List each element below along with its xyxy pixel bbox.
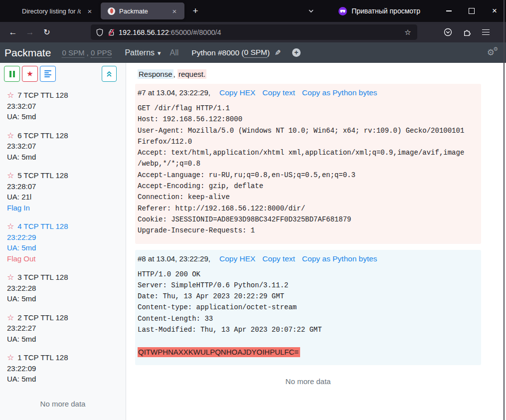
sidebar-toolbar <box>0 63 126 84</box>
tab-packmate[interactable]: Packmate <box>101 2 184 19</box>
packmate-favicon <box>108 7 115 15</box>
favorite-star-icon[interactable] <box>7 130 14 141</box>
packet-list-item[interactable]: 2 TCP TTL 12823:22:27UA: 5md <box>7 312 119 345</box>
copy-hex-link[interactable]: Copy HEX <box>219 88 255 97</box>
caret-down-icon <box>158 48 161 57</box>
packet-list-item[interactable]: 7 TCP TTL 12823:32:07UA: 5md <box>7 90 119 122</box>
add-service-icon[interactable] <box>292 48 301 57</box>
stream-detail-panel: Response, request. #7 at 13.04, 23:22:29… <box>126 63 506 420</box>
copy-hex-link[interactable]: Copy HEX <box>219 254 255 263</box>
favorite-star-icon[interactable] <box>7 221 14 232</box>
packet-title-row: 7 TCP TTL 128 <box>7 90 119 101</box>
packet-list-item[interactable]: 6 TCP TTL 12823:32:07UA: 5md <box>7 130 119 163</box>
pps-stat: 0 PPS <box>91 48 112 58</box>
packet-block-response: #8 at 13.04, 23:22:29,Copy HEXCopy textC… <box>135 250 481 365</box>
payload-line: Accept-Language: ru-RU,ru;q=0.8,en-US;q=… <box>138 170 477 181</box>
shield-icon[interactable] <box>96 28 104 36</box>
packet-blocks: #7 at 13.04, 23:22:29,Copy HEXCopy textC… <box>135 84 481 365</box>
toolbar-right-icons <box>440 25 493 39</box>
packet-meta: #7 at 13.04, 23:22:29, <box>138 88 210 97</box>
app-brand[interactable]: Packmate <box>4 47 51 59</box>
packet-list-item[interactable]: 4 TCP TTL 12823:22:29UA: 5mdFlag Out <box>7 221 119 264</box>
favorite-star-icon[interactable] <box>7 90 14 101</box>
favorites-filter-button[interactable] <box>22 66 38 82</box>
packet-list-item[interactable]: 5 TCP TTL 12823:28:07UA: 21lFlag In <box>7 170 119 213</box>
copy-text-link[interactable]: Copy text <box>262 88 295 97</box>
bookmark-star-icon[interactable] <box>401 26 414 39</box>
window-controls <box>437 1 506 20</box>
edit-service-icon[interactable] <box>275 48 281 57</box>
packet-sidebar: 7 TCP TTL 12823:32:07UA: 5md6 TCP TTL 12… <box>0 63 126 420</box>
packet-time: 23:22:09 <box>7 363 119 374</box>
packet-user-agent: UA: 5md <box>7 293 119 304</box>
traffic-stats: 0 SPM , 0 PPS <box>62 48 112 57</box>
packet-payload: GET /dir/flag HTTP/1.1Host: 192.168.56.1… <box>138 103 477 236</box>
service-spm-stat: 0 SPM <box>244 48 267 58</box>
packet-user-agent: UA: 5md <box>7 242 119 253</box>
back-button[interactable] <box>5 25 21 40</box>
nav-item-all[interactable]: All <box>170 48 179 57</box>
payload-line: Accept: text/html,application/xhtml xml,… <box>138 147 477 158</box>
service-tab[interactable]: Python #8000 (0 SPM) <box>191 48 270 58</box>
new-tab-button[interactable] <box>188 3 203 18</box>
private-mask-icon <box>338 7 347 15</box>
minimize-button[interactable] <box>437 1 460 20</box>
packet-title: 1 TCP TTL 128 <box>17 352 68 363</box>
pause-icon <box>9 71 15 77</box>
tab-directory-listing[interactable]: Directory listing for /dir/ <box>15 2 100 19</box>
packet-time: 23:22:28 <box>7 283 119 294</box>
payload-line <box>138 335 477 346</box>
insecure-lock-icon[interactable] <box>107 28 115 36</box>
url-text: 192.168.56.122:65000/#/8000/4 <box>119 28 398 36</box>
flag-out-link[interactable]: Flag Out <box>7 253 119 264</box>
browser-toolbar: 192.168.56.122:65000/#/8000/4 <box>0 22 506 42</box>
packet-title: 7 TCP TTL 128 <box>17 90 68 101</box>
copy-text-link[interactable]: Copy text <box>262 254 295 263</box>
favorite-star-icon[interactable] <box>7 352 14 363</box>
packet-time: 23:28:07 <box>7 181 119 192</box>
packet-meta: #8 at 13.04, 23:22:29, <box>138 254 210 263</box>
packet-list-item[interactable]: 1 TCP TTL 12823:22:09UA: 5md <box>7 352 119 385</box>
payload-line: Referer: http://192.168.56.122:8000/dir/ <box>138 203 477 214</box>
packet-payload: HTTP/1.0 200 OKServer: SimpleHTTP/0.6 Py… <box>138 269 477 358</box>
packet-title-row: 4 TCP TTL 128 <box>7 221 119 232</box>
url-bar[interactable]: 192.168.56.122:65000/#/8000/4 <box>91 24 417 40</box>
settings-gears-icon[interactable] <box>487 47 495 58</box>
favorite-star-icon[interactable] <box>7 170 14 181</box>
favorite-star-icon[interactable] <box>7 312 14 323</box>
legend-response: Response <box>138 69 173 79</box>
tab-list-dropdown-button[interactable] <box>304 3 319 18</box>
forward-button[interactable] <box>22 25 38 40</box>
pause-capture-button[interactable] <box>4 66 20 82</box>
flag-match-line: QITWPHNAXXKWULPQNHOAJDYOIHPULFC= <box>138 347 477 358</box>
flag-match-highlight: QITWPHNAXXKWULPQNHOAJDYOIHPULFC= <box>138 347 300 357</box>
packet-user-agent: UA: 5md <box>7 152 119 163</box>
hamburger-menu-icon[interactable] <box>478 25 493 39</box>
payload-line: HTTP/1.0 200 OK <box>138 269 477 280</box>
payload-line: Content-type: application/octet-stream <box>138 302 477 313</box>
patterns-dropdown[interactable]: Patterns <box>125 48 161 57</box>
packet-block-request: #7 at 13.04, 23:22:29,Copy HEXCopy textC… <box>135 84 481 244</box>
scroll-to-top-button[interactable] <box>102 66 117 82</box>
close-tab-icon[interactable] <box>169 6 179 16</box>
payload-line: Server: SimpleHTTP/0.6 Python/3.11.2 <box>138 280 477 291</box>
maximize-button[interactable] <box>460 1 483 20</box>
favorite-star-icon[interactable] <box>7 272 14 283</box>
payload-line: GET /dir/flag HTTP/1.1 <box>138 103 477 114</box>
close-window-button[interactable] <box>483 1 506 20</box>
reload-button[interactable] <box>39 25 55 40</box>
list-view-button[interactable] <box>40 66 56 82</box>
packet-title-row: 5 TCP TTL 128 <box>7 170 119 181</box>
copy-as-python-bytes-link[interactable]: Copy as Python bytes <box>302 254 377 263</box>
packet-list-item[interactable]: 3 TCP TTL 12823:22:28UA: 5md <box>7 272 119 304</box>
sidebar-no-more-data: No more data <box>0 393 126 420</box>
packet-title-row: 1 TCP TTL 128 <box>7 352 119 363</box>
extensions-puzzle-icon[interactable] <box>459 25 474 39</box>
flag-in-link[interactable]: Flag In <box>7 203 119 213</box>
private-browsing-badge: Приватный просмотр <box>338 7 420 15</box>
payload-line: Accept-Encoding: gzip, deflate <box>138 181 477 192</box>
browser-tab-bar: Directory listing for /dir/ Packmate При… <box>0 0 506 22</box>
copy-as-python-bytes-link[interactable]: Copy as Python bytes <box>302 88 377 97</box>
pocket-icon[interactable] <box>440 25 455 39</box>
close-tab-icon[interactable] <box>85 6 95 16</box>
